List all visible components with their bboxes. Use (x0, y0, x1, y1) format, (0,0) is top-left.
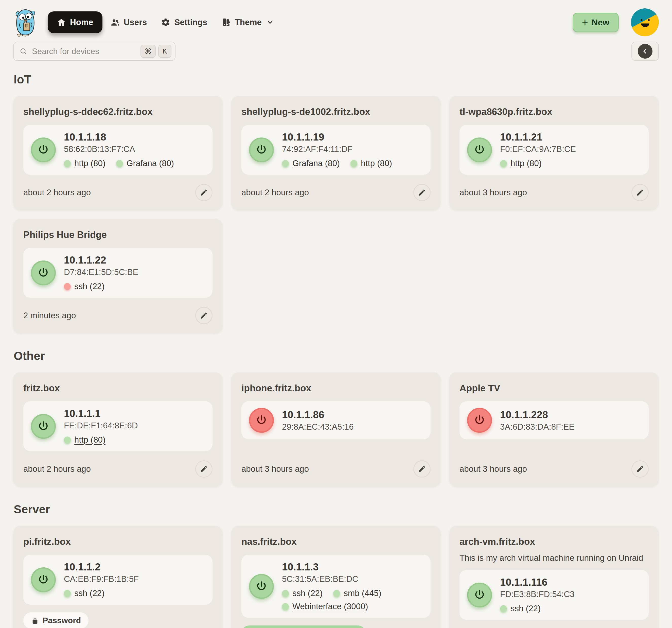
port-text: Grafana (80) (292, 159, 340, 168)
cmd-key: ⌘ (141, 45, 156, 58)
card-footer: about 2 hours ago (241, 175, 431, 201)
port-text: http (80) (361, 159, 392, 168)
nav-home-label: Home (70, 18, 93, 27)
device-name: tl-wpa8630p.fritz.box (459, 107, 649, 117)
device-mac: D7:84:E1:5D:5C:BE (64, 267, 139, 277)
port-link[interactable]: Webinterface (3000) (282, 602, 368, 611)
device-panel: 10.1.1.18 58:62:0B:13:F7:CA http (80)Gra… (23, 125, 213, 175)
port-status-dot (282, 590, 289, 597)
edit-button[interactable] (413, 184, 431, 201)
device-ip: 10.1.1.2 (64, 561, 139, 573)
device-ip: 10.1.1.18 (64, 131, 174, 143)
port-link[interactable]: Grafana (80) (282, 159, 340, 168)
ports-list: ssh (22) (64, 281, 139, 291)
search-box[interactable]: ⌘ K (13, 42, 175, 61)
chevron-left-icon (638, 44, 652, 59)
power-button[interactable] (31, 414, 56, 439)
device-info: 10.1.1.3 5C:31:5A:EB:BE:DC ssh (22)smb (… (282, 561, 423, 611)
device-panel: 10.1.1.86 29:8A:EC:43:A5:16 (241, 401, 431, 439)
device-card: shellyplug-s-de1002.fritz.box 10.1.1.19 … (231, 96, 441, 210)
device-name: iphone.fritz.box (241, 383, 431, 394)
edit-button[interactable] (195, 184, 213, 201)
power-button[interactable] (467, 408, 492, 433)
device-info: 10.1.1.86 29:8A:EC:43:A5:16 (282, 409, 354, 432)
device-grid: fritz.box 10.1.1.1 FE:DE:F1:64:8E:6D htt… (13, 372, 659, 487)
edit-button[interactable] (195, 307, 213, 324)
device-panel: 10.1.1.116 FD:E3:8B:FD:54:C3 ssh (22) (459, 570, 649, 620)
edit-icon (200, 188, 208, 196)
nav-users[interactable]: Users (104, 11, 153, 33)
edit-button[interactable] (413, 460, 431, 478)
device-card: shellyplug-s-ddec62.fritz.box 10.1.1.18 … (13, 96, 223, 210)
port-label: ssh (22) (500, 604, 541, 613)
port-link[interactable]: http (80) (500, 159, 542, 168)
power-button[interactable] (31, 260, 56, 285)
device-name: fritz.box (23, 383, 213, 394)
power-button[interactable] (31, 137, 56, 162)
edit-icon (200, 465, 208, 473)
power-button[interactable] (249, 574, 274, 599)
power-button[interactable] (249, 137, 274, 162)
port-text: http (80) (74, 435, 105, 445)
top-nav: Home Users Settings Theme + New (0, 0, 672, 38)
card-actions (195, 460, 213, 478)
section-title: Server (14, 503, 659, 516)
port-link[interactable]: http (80) (64, 435, 105, 445)
device-grid: shellyplug-s-ddec62.fritz.box 10.1.1.18 … (13, 96, 659, 333)
device-panel: 10.1.1.21 F0:EF:CA:9A:7B:CE http (80) (459, 125, 649, 175)
port-text: ssh (22) (74, 588, 104, 598)
power-icon (38, 267, 49, 279)
device-mac: 29:8A:EC:43:A5:16 (282, 422, 354, 432)
chips-row: Password (23, 612, 213, 628)
device-panel: 10.1.1.1 FE:DE:F1:64:8E:6D http (80) (23, 401, 213, 451)
device-panel: 10.1.1.228 3A:6D:83:DA:8F:EE (459, 401, 649, 439)
port-status-dot (64, 160, 71, 167)
new-device-button[interactable]: + New (573, 13, 619, 32)
avatar-smiley-icon (631, 8, 659, 36)
last-seen: about 2 hours ago (241, 188, 309, 197)
power-button[interactable] (31, 567, 56, 592)
power-button[interactable] (467, 583, 492, 607)
port-text: smb (445) (344, 588, 381, 598)
edit-icon (636, 465, 644, 473)
power-icon (256, 144, 267, 156)
device-description: This is my arch virtual machine running … (459, 553, 649, 563)
app-logo[interactable] (13, 7, 38, 37)
settings-icon (161, 18, 170, 27)
device-info: 10.1.1.18 58:62:0B:13:F7:CA http (80)Gra… (64, 131, 174, 168)
k-key: K (158, 45, 171, 58)
power-icon (474, 589, 485, 601)
port-label: ssh (22) (282, 588, 322, 598)
edit-button[interactable] (631, 184, 649, 201)
user-avatar[interactable] (631, 8, 659, 36)
device-ip: 10.1.1.116 (500, 577, 574, 588)
last-seen: 2 minutes ago (23, 311, 76, 320)
edit-button[interactable] (631, 460, 649, 478)
last-seen: about 2 hours ago (23, 188, 91, 197)
nav-settings[interactable]: Settings (155, 11, 213, 33)
card-footer: 2 minutes ago (23, 298, 213, 324)
device-mac: 5C:31:5A:EB:BE:DC (282, 574, 423, 584)
port-link[interactable]: http (80) (64, 159, 105, 168)
ports-list: ssh (22)smb (445)Webinterface (3000) (282, 588, 423, 611)
port-status-dot (282, 160, 289, 167)
nav-home[interactable]: Home (48, 11, 102, 33)
edit-icon (418, 465, 426, 473)
power-button[interactable] (249, 408, 274, 433)
password-chip[interactable]: Password (23, 612, 89, 628)
port-link[interactable]: http (80) (351, 159, 392, 168)
edit-button[interactable] (195, 460, 213, 478)
new-button-label: New (592, 18, 609, 27)
nav-theme[interactable]: Theme (216, 11, 280, 33)
collapse-button[interactable] (631, 42, 659, 61)
edit-icon (418, 188, 426, 196)
power-button[interactable] (467, 137, 492, 162)
port-text: Webinterface (3000) (292, 602, 368, 611)
device-info: 10.1.1.22 D7:84:E1:5D:5C:BE ssh (22) (64, 254, 139, 291)
port-label: smb (445) (333, 588, 381, 598)
device-card: iphone.fritz.box 10.1.1.86 29:8A:EC:43:A… (231, 372, 441, 487)
port-link[interactable]: Grafana (80) (116, 159, 174, 168)
ports-list: ssh (22) (500, 604, 574, 613)
card-actions (631, 184, 649, 201)
search-input[interactable] (32, 47, 138, 56)
